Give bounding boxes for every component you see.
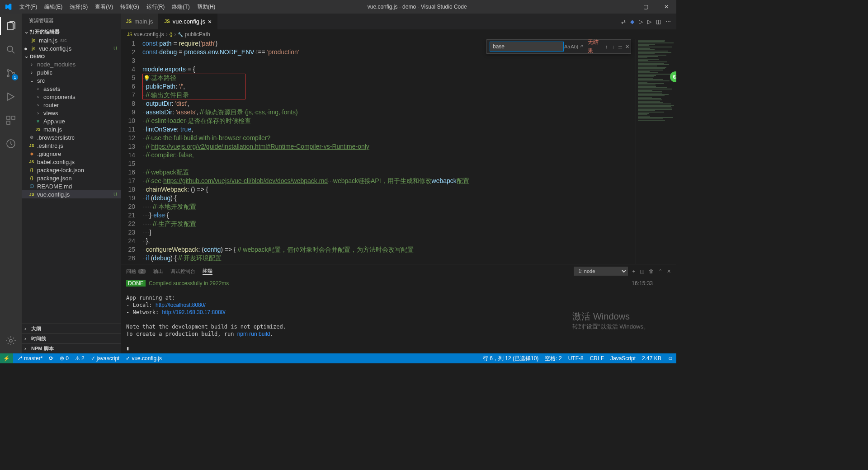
app-logo <box>0 3 16 10</box>
open-editor-item[interactable]: ●jsvue.config.jsU <box>22 44 121 52</box>
tree-item[interactable]: ⌄src <box>22 76 121 85</box>
code-lines[interactable]: const·path·=·require('path')const·debug·… <box>142 39 636 264</box>
tree-item[interactable]: VApp.vue <box>22 117 121 125</box>
sidebar-title: 资源管理器 <box>22 14 121 28</box>
lightbulb-icon[interactable]: 💡 <box>143 74 150 83</box>
new-terminal-icon[interactable]: + <box>632 268 635 274</box>
titlebar: 文件(F)编辑(E)选择(S)查看(V)转到(G)运行(R)终端(T)帮助(H)… <box>0 0 676 14</box>
statusbar: ⚡ ⎇master*⟳⊗0⚠2✓javascript✓vue.config.js… <box>0 353 676 363</box>
minimize-button[interactable]: ─ <box>615 0 636 14</box>
extensions-tab[interactable] <box>0 111 22 129</box>
editor-tab[interactable]: JSvue.config.js× <box>159 14 217 29</box>
status-item[interactable]: JavaScript <box>607 355 639 362</box>
maximize-button[interactable]: ▢ <box>636 0 656 14</box>
find-input[interactable] <box>490 42 564 52</box>
panel-up-icon[interactable]: ⌃ <box>658 268 662 274</box>
timeline-tab[interactable] <box>0 135 22 153</box>
status-item[interactable]: 空格: 2 <box>542 355 565 362</box>
status-item[interactable]: UTF-8 <box>565 355 587 362</box>
status-item[interactable]: 行 6，列 12 (已选择10) <box>480 355 542 362</box>
remote-indicator[interactable]: ⚡ <box>0 353 13 363</box>
search-tab[interactable] <box>0 41 22 59</box>
panel-tab[interactable]: 问题2 <box>126 268 146 275</box>
menu-item[interactable]: 终端(T) <box>168 3 193 11</box>
tree-item[interactable]: ›views <box>22 109 121 117</box>
sidebar-section[interactable]: › 大纲 <box>22 324 121 334</box>
tree-item[interactable]: ›router <box>22 101 121 109</box>
menu-item[interactable]: 查看(V) <box>91 3 117 11</box>
tree-item[interactable]: JSvue.config.jsU <box>22 190 121 198</box>
sidebar-section[interactable]: › 时间线 <box>22 334 121 343</box>
status-item[interactable]: ✓vue.config.js <box>123 355 165 362</box>
find-prev-icon[interactable]: ↑ <box>603 42 610 51</box>
status-item[interactable]: ✓javascript <box>88 355 123 362</box>
menubar: 文件(F)编辑(E)选择(S)查看(V)转到(G)运行(R)终端(T)帮助(H) <box>16 3 219 11</box>
sidebar-section[interactable]: › NPM 脚本 <box>22 343 121 353</box>
explorer-tab[interactable] <box>0 17 22 35</box>
find-next-icon[interactable]: ↓ <box>610 42 617 51</box>
status-item[interactable]: ⎇master* <box>13 355 46 362</box>
split-icon[interactable]: ◫ <box>656 19 661 25</box>
panel-tabs: 问题2输出调试控制台终端 1: node + ◫ 🗑 ⌃ ✕ <box>121 264 676 278</box>
settings-button[interactable] <box>0 332 22 350</box>
open-editors-header[interactable]: ⌄打开的编辑器 <box>22 28 121 36</box>
more-icon[interactable]: ⋯ <box>665 19 671 25</box>
status-item[interactable]: CRLF <box>587 355 607 362</box>
menu-item[interactable]: 选择(S) <box>66 3 91 11</box>
find-regex-icon[interactable]: ·* <box>578 42 585 51</box>
code-editor[interactable]: 1234567891011121314151617181920212223242… <box>121 39 676 264</box>
minimap[interactable] <box>636 39 676 264</box>
status-item[interactable]: ⟳ <box>46 355 57 362</box>
trash-icon[interactable]: 🗑 <box>649 268 654 274</box>
close-button[interactable]: ✕ <box>656 0 676 14</box>
run2-icon[interactable]: ▷ <box>647 19 651 25</box>
split-terminal-icon[interactable]: ◫ <box>640 268 644 274</box>
find-word-icon[interactable]: Ab| <box>571 42 578 51</box>
svg-point-2 <box>7 75 9 77</box>
tree-item[interactable]: ›components <box>22 93 121 101</box>
menu-item[interactable]: 帮助(H) <box>193 3 219 11</box>
project-header[interactable]: ⌄DEMO <box>22 52 121 60</box>
menu-item[interactable]: 运行(R) <box>143 3 169 11</box>
tree-item[interactable]: JS.eslintrc.js <box>22 141 121 150</box>
run-tab[interactable] <box>0 88 22 106</box>
tree-item[interactable]: {}package.json <box>22 174 121 182</box>
find-selection-icon[interactable]: ☰ <box>617 42 623 51</box>
tree-item[interactable]: JSbabel.config.js <box>22 158 121 166</box>
find-case-icon[interactable]: Aa <box>564 42 571 51</box>
breadcrumb[interactable]: JS vue.config.js›{} ›🔧 publicPath <box>121 29 676 39</box>
tag-icon[interactable]: ◆ <box>630 19 634 25</box>
editor-tab[interactable]: JSmain.js <box>121 14 159 29</box>
menu-item[interactable]: 文件(F) <box>16 3 41 11</box>
tree-item[interactable]: ◆.gitignore <box>22 150 121 158</box>
window-title: vue.config.js - demo - Visual Studio Cod… <box>219 4 615 10</box>
open-editor-item[interactable]: jsmain.jssrc <box>22 36 121 44</box>
status-item[interactable]: 2.47 KB <box>639 355 665 362</box>
tree-item[interactable]: ›public <box>22 68 121 76</box>
scm-tab[interactable]: 1 <box>0 64 22 82</box>
tree-item[interactable]: {}package-lock.json <box>22 166 121 174</box>
find-close-icon[interactable]: ✕ <box>624 42 631 51</box>
panel-tab[interactable]: 调试控制台 <box>170 268 195 275</box>
run-icon[interactable]: ▷ <box>639 19 643 25</box>
status-item[interactable]: ⊗0 <box>57 355 72 362</box>
status-item[interactable]: ⚠2 <box>72 355 88 362</box>
terminal-select[interactable]: 1: node <box>574 267 628 276</box>
editor-area: JSmain.jsJSvue.config.js× ⇄ ◆ ▷ ▷ ◫ ⋯ JS… <box>121 14 676 353</box>
tree-item[interactable]: ⚙.browserslistrc <box>22 133 121 141</box>
panel-tab[interactable]: 输出 <box>153 268 163 275</box>
compare-icon[interactable]: ⇄ <box>621 19 626 25</box>
terminal[interactable]: DONE Compiled successfully in 2922ms16:1… <box>121 278 676 353</box>
panel-actions: 1: node + ◫ 🗑 ⌃ ✕ <box>574 267 676 276</box>
tree-item[interactable]: ›node_modules <box>22 60 121 68</box>
panel-close-icon[interactable]: ✕ <box>667 268 671 274</box>
menu-item[interactable]: 转到(G) <box>117 3 142 11</box>
tree-item[interactable]: ⓘREADME.md <box>22 182 121 190</box>
svg-point-0 <box>7 46 13 52</box>
tree-item[interactable]: JSmain.js <box>22 125 121 133</box>
menu-item[interactable]: 编辑(E) <box>41 3 66 11</box>
status-item[interactable]: ☺ <box>665 355 676 362</box>
tree-item[interactable]: ›assets <box>22 85 121 93</box>
svg-rect-4 <box>7 116 10 119</box>
panel-tab[interactable]: 终端 <box>203 268 212 275</box>
